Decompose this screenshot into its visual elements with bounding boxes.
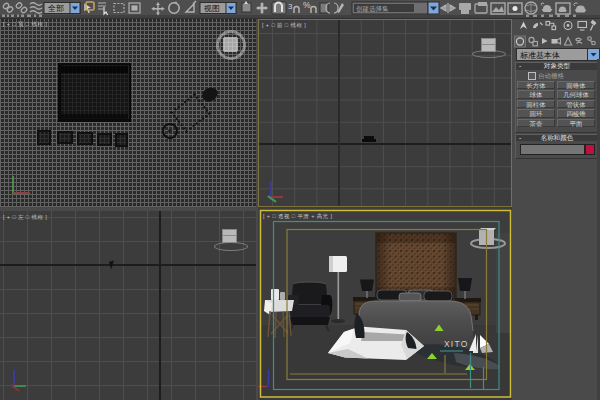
svg-text:视图: 视图 <box>203 4 220 13</box>
svg-text:3: 3 <box>288 2 293 11</box>
svg-text:全部: 全部 <box>48 4 64 13</box>
svg-text:XITO: XITO <box>444 339 468 349</box>
svg-text:创建选择集: 创建选择集 <box>356 5 389 13</box>
svg-text:%: % <box>303 0 311 10</box>
